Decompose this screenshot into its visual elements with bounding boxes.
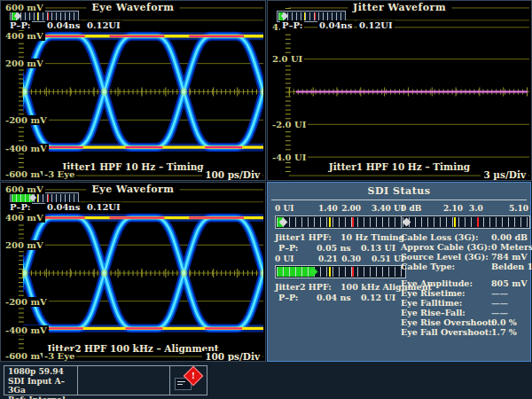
limit-marker-red: [48, 12, 49, 20]
jitter2-hpf-label: Jitter2 HPF:: [275, 282, 332, 292]
jitter1-hpf-label: Jitter1 HPF:: [275, 232, 332, 242]
jitter2-bar: [275, 265, 406, 278]
limit-marker-yellow: [304, 12, 305, 20]
limit-marker-yellow: [454, 217, 456, 227]
scale-per-div-label: 100 ps/Div: [202, 169, 262, 180]
input-label: SDI Input A–3Ga: [8, 377, 74, 395]
jitter-waveform-tile[interactable]: Jitter Waveform 4.0 UI P–P: 0.04ns 0.12U…: [267, 0, 532, 181]
pp-label: P–P:: [8, 202, 32, 212]
input-status-box: 1080p 59.94 SDI Input A–3Ga Ref: Interna…: [4, 365, 207, 395]
status-row-label: Approx Cable (3G):: [401, 242, 491, 252]
y-axis-label: -400 mV: [4, 144, 49, 153]
pp-ui-value: 0.13 UI: [361, 243, 395, 253]
y-axis-label: 200 mV: [4, 59, 45, 68]
status-row-label: Eye Fall Overshoot:: [401, 327, 492, 337]
status-row-label: Eye Falltime:: [401, 298, 462, 308]
status-row-value: ——: [491, 288, 508, 298]
status-row-value: 0 Meters: [491, 242, 532, 252]
status-row-value: ——: [491, 308, 508, 317]
pp-ui-value: 0.12UI: [357, 20, 395, 30]
pp-label: P–P:: [278, 293, 298, 302]
pp-ns-value: 0.04ns: [317, 20, 354, 30]
pp-ns-value: 0.04ns: [45, 20, 82, 30]
limit-marker-red: [352, 217, 354, 227]
title-divider: [271, 200, 527, 200]
limit-marker-red: [315, 12, 316, 20]
status-row-label: Source Level (3G):: [401, 252, 489, 262]
status-row-value: ——: [491, 298, 508, 308]
eye-waveform-top-tile[interactable]: Eye Waveform P–P: 0.04ns 0.12UI 600 mV 4…: [0, 0, 266, 181]
pp-label: P–P:: [280, 20, 304, 30]
status-row-value: 805 mV: [491, 278, 528, 288]
pp-readout: P–P: 0.04ns 0.12UI: [268, 20, 531, 31]
input-info: 1080p 59.94 SDI Input A–3Ga Ref: Interna…: [4, 366, 77, 395]
y-axis-label: 2.0 UI: [270, 54, 304, 64]
limit-marker-yellow: [37, 194, 38, 202]
limit-marker-red: [352, 267, 354, 277]
y-axis-label: 200 mV: [4, 240, 45, 250]
status-row-label: Eye Rise Overshoot:: [401, 317, 495, 327]
pp-readout: P–P: 0.04ns 0.12UI: [1, 202, 265, 213]
eye-count-label: -3 Eye: [43, 169, 76, 179]
jitter1-bar: [275, 215, 406, 229]
status-row-label: Eye Amplitude:: [401, 278, 473, 288]
pp-readout: P–P: 0.04ns 0.12UI: [1, 20, 265, 31]
panel-title: SDI Status: [368, 185, 431, 197]
y-axis-label: 400 mV: [4, 213, 45, 223]
warning-glyph: !: [187, 370, 200, 382]
y-axis-label: -200 mV: [4, 297, 49, 307]
pp-ui-value: 0.12 UI: [361, 293, 395, 302]
scale-per-div-label: 3 µs/Div: [481, 169, 528, 180]
pp-ns-value: 0.04ns: [45, 202, 82, 212]
status-row-label: Eye Risetime:: [401, 288, 466, 298]
pp-ns-value: 0.04 ns: [317, 293, 351, 302]
y-axis-label: -2.0 UI: [270, 120, 308, 129]
scale-per-div-label: 100 ps/Div: [202, 351, 262, 362]
sdi-status-tile[interactable]: SDI Status 0 UI1.40 2.003.40 UI Jitter1 …: [267, 182, 531, 362]
pp-ns-value: 0.05 ns: [317, 243, 351, 253]
y-axis-label: 600 mV: [4, 3, 45, 12]
jitter2-scale: 0 UI0.21 0.300.51 UI: [275, 254, 404, 263]
status-row-label: Cable Loss (3G):: [401, 232, 479, 242]
limit-marker-red: [477, 217, 479, 227]
limit-marker-yellow: [329, 267, 331, 277]
jitter1-hpf-value: 10 Hz Timing: [340, 232, 404, 242]
status-row-label: Cable Type:: [401, 262, 455, 271]
eye-count-label: -3 Eye: [43, 351, 76, 361]
status-row-value: 0.0 %: [491, 317, 517, 327]
filter-label: Jitter1 HPF 10 Hz – Timing: [325, 161, 474, 172]
y-axis-label: -400 mV: [4, 325, 49, 335]
y-axis-label: 400 mV: [4, 31, 45, 41]
jitter1-scale: 0 UI1.40 2.003.40 UI: [275, 204, 404, 213]
status-row-value: 784 mV: [491, 252, 528, 262]
status-row-value: 1.7 %: [491, 327, 517, 337]
y-axis-label: -200 mV: [4, 115, 49, 125]
filter-label: Jitter1 HPF 10 Hz – Timing: [58, 161, 207, 172]
pp-ui-value: 0.12UI: [85, 202, 122, 212]
pp-label: P–P:: [8, 20, 32, 30]
status-row-label: Eye Rise–Fall:: [401, 308, 466, 317]
tile-title: Jitter Waveform: [348, 2, 451, 13]
y-axis-label: -4.0 UI: [270, 153, 308, 162]
system-status-bar: 1080p 59.94 SDI Input A–3Ga Ref: Interna…: [0, 362, 532, 399]
limit-marker-yellow: [329, 217, 331, 227]
wfm-screen: Eye Waveform P–P: 0.04ns 0.12UI 600 mV 4…: [0, 0, 532, 399]
status-row-value: 0.00 dB: [491, 232, 528, 242]
eye-waveform-bottom-tile[interactable]: Eye Waveform P–P: 0.04ns 0.12UI 600 mV 4…: [0, 182, 266, 362]
format-label: 1080p 59.94: [8, 367, 74, 377]
limit-marker-red: [48, 194, 49, 202]
pp-ui-value: 0.12UI: [85, 20, 122, 30]
cable-loss-scale: 0 dB2.10 3.05.10: [401, 204, 528, 213]
status-row-value: Belden 1694A: [491, 262, 532, 271]
tile-title: Eye Waveform: [86, 2, 179, 13]
empty-status-cell: [77, 366, 170, 395]
ref-label: Ref: Internal: [8, 395, 74, 399]
alarm-status-cell[interactable]: !: [170, 366, 207, 395]
y-axis-label: 600 mV: [4, 184, 45, 194]
pp-label: P–P:: [278, 243, 298, 253]
limit-marker-yellow: [37, 12, 38, 20]
cable-loss-bar: [401, 215, 530, 229]
tile-title: Eye Waveform: [86, 184, 179, 195]
